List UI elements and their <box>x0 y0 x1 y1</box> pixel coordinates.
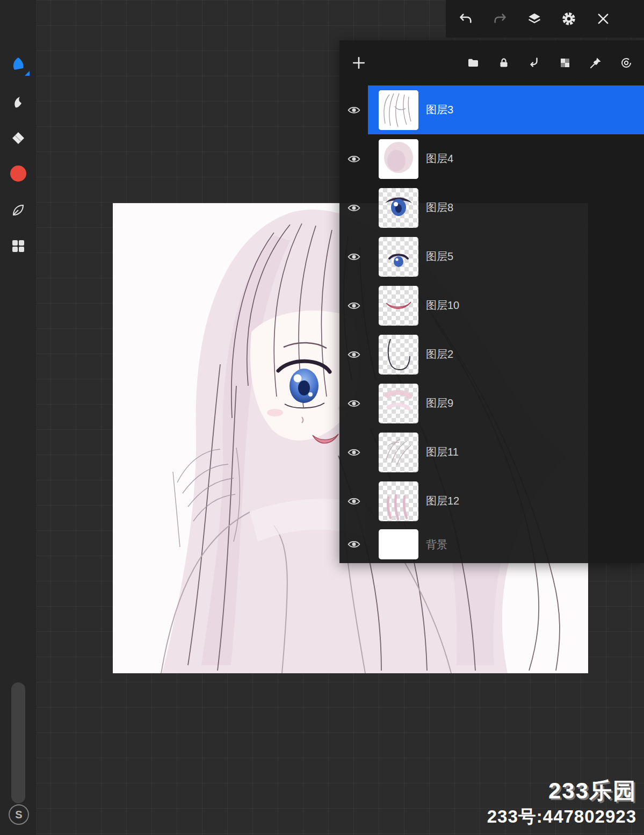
visibility-eye-icon <box>348 301 360 311</box>
smudge-tool-button[interactable] <box>5 89 31 115</box>
layer-row[interactable]: 图层5 <box>339 232 644 281</box>
reference-spiral-button[interactable] <box>619 56 633 70</box>
group-folder-button[interactable] <box>466 56 480 70</box>
layer-row[interactable]: 图层11 <box>339 428 644 477</box>
layer-visibility-toggle[interactable] <box>339 526 368 563</box>
add-layer-button[interactable] <box>352 56 366 70</box>
lock-icon <box>497 56 510 69</box>
visibility-eye-icon <box>348 154 360 164</box>
layer-row-content[interactable]: 图层2 <box>368 330 644 379</box>
layer-row[interactable]: 图层12 <box>339 477 644 526</box>
layer-visibility-toggle[interactable] <box>339 379 368 428</box>
layer-thumbnail[interactable] <box>379 529 418 559</box>
redo-button[interactable] <box>491 10 509 28</box>
color-swatch-button[interactable] <box>5 161 31 186</box>
layer-visibility-toggle[interactable] <box>339 134 368 183</box>
layer-row-content[interactable]: 图层12 <box>368 477 644 526</box>
settings-button[interactable] <box>560 10 578 28</box>
visibility-eye-icon <box>348 350 360 359</box>
layer-row[interactable]: 图层8 <box>339 183 644 232</box>
redo-icon <box>493 11 508 26</box>
eraser-tool-icon <box>11 131 26 146</box>
alpha-checker-icon <box>559 56 571 69</box>
visibility-eye-icon <box>348 399 360 408</box>
watermark-id: 233号:447802923 <box>487 805 636 829</box>
layers-panel-button[interactable] <box>525 10 544 28</box>
layers-panel: 图层3 图层4 图层8 <box>339 40 644 563</box>
layers-list: 图层3 图层4 图层8 <box>339 85 644 563</box>
layer-visibility-toggle[interactable] <box>339 330 368 379</box>
layer-thumbnail[interactable] <box>379 188 418 228</box>
layer-name: 图层3 <box>426 103 453 117</box>
undo-icon <box>458 11 473 26</box>
visibility-eye-icon <box>348 105 360 115</box>
clipping-mask-button[interactable] <box>527 56 541 70</box>
leaf-tool-icon <box>11 203 26 218</box>
undo-button[interactable] <box>457 10 475 28</box>
visibility-eye-icon <box>348 252 360 262</box>
close-icon <box>596 11 611 26</box>
layers-icon <box>527 11 542 26</box>
clipping-icon <box>528 56 541 69</box>
visibility-eye-icon <box>348 203 360 213</box>
tool-sidebar: S <box>0 0 37 835</box>
brush-tool-icon <box>10 56 26 73</box>
add-layer-icon <box>352 56 366 70</box>
lock-layer-button[interactable] <box>497 56 511 70</box>
layer-row[interactable]: 背景 <box>339 526 644 563</box>
layer-visibility-toggle[interactable] <box>339 232 368 281</box>
layer-visibility-toggle[interactable] <box>339 281 368 330</box>
alpha-lock-button[interactable] <box>558 56 572 70</box>
layout-blocks-icon <box>11 239 26 254</box>
layer-thumbnail[interactable] <box>379 90 418 130</box>
layer-row-content[interactable]: 背景 <box>368 526 644 563</box>
layer-name: 图层10 <box>426 298 459 313</box>
pin-layer-button[interactable] <box>589 56 603 70</box>
layer-row-content[interactable]: 图层3 <box>368 85 644 134</box>
layer-row[interactable]: 图层9 <box>339 379 644 428</box>
smudge-tool-icon <box>11 95 26 110</box>
layer-visibility-toggle[interactable] <box>339 85 368 134</box>
layer-thumbnail[interactable] <box>379 384 418 423</box>
layer-visibility-toggle[interactable] <box>339 428 368 477</box>
settings-gear-icon <box>561 11 576 26</box>
layer-row-content[interactable]: 图层4 <box>368 134 644 183</box>
leaf-tool-button[interactable] <box>5 197 31 223</box>
layer-row[interactable]: 图层3 <box>339 85 644 134</box>
close-button[interactable] <box>594 10 612 28</box>
layer-row-content[interactable]: 图层10 <box>368 281 644 330</box>
sidebar-slider[interactable] <box>11 682 25 803</box>
layer-name: 图层8 <box>426 200 453 215</box>
layer-row[interactable]: 图层4 <box>339 134 644 183</box>
top-toolbar <box>446 0 644 38</box>
layer-row-content[interactable]: 图层9 <box>368 379 644 428</box>
layer-row-content[interactable]: 图层5 <box>368 232 644 281</box>
layer-name: 图层12 <box>426 494 459 508</box>
spiral-icon <box>620 56 633 69</box>
layer-name: 背景 <box>426 537 447 552</box>
layer-thumbnail[interactable] <box>379 433 418 472</box>
layer-thumbnail[interactable] <box>379 335 418 375</box>
layer-thumbnail[interactable] <box>379 139 418 179</box>
layer-thumbnail[interactable] <box>379 237 418 277</box>
layer-name: 图层9 <box>426 396 453 411</box>
eraser-tool-button[interactable] <box>5 125 31 151</box>
layout-blocks-button[interactable] <box>5 233 31 259</box>
s-badge: S <box>9 804 29 825</box>
watermark-logo: 233乐园 <box>548 776 636 806</box>
app-stage: S <box>0 0 644 835</box>
layer-name: 图层4 <box>426 152 453 166</box>
layer-visibility-toggle[interactable] <box>339 183 368 232</box>
layer-thumbnail[interactable] <box>379 481 418 521</box>
layer-row-content[interactable]: 图层8 <box>368 183 644 232</box>
layer-visibility-toggle[interactable] <box>339 477 368 526</box>
folder-icon <box>467 56 480 69</box>
layer-row[interactable]: 图层10 <box>339 281 644 330</box>
layer-name: 图层11 <box>426 445 459 459</box>
layer-thumbnail[interactable] <box>379 286 418 326</box>
layer-row-content[interactable]: 图层11 <box>368 428 644 477</box>
pin-icon <box>589 56 602 69</box>
layer-row[interactable]: 图层2 <box>339 330 644 379</box>
brush-tool-button[interactable] <box>5 52 31 77</box>
visibility-eye-icon <box>348 539 360 549</box>
